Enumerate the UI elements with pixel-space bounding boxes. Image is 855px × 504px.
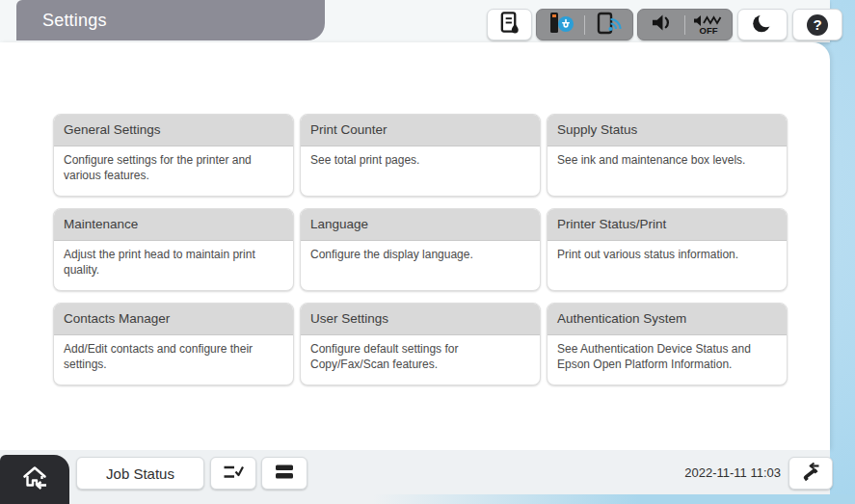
datetime-display: 2022-11-11 11:03 [617,457,781,490]
tile-title: Printer Status/Print [548,209,787,241]
home-back-icon [20,464,49,494]
sound-button[interactable] [638,10,684,40]
moon-icon [751,12,774,39]
tile-description: Configure default settings for Copy/Fax/… [301,335,540,373]
printer-connection-icon [547,11,575,40]
tile-authentication-system[interactable]: Authentication System See Authentication… [547,303,788,385]
tile-title: Language [301,209,540,241]
clipboard-droplet-icon [498,11,521,39]
page-title: Settings [16,0,325,40]
paper-tray-icon [274,464,295,484]
fax-receive-button[interactable] [788,457,833,490]
tile-maintenance[interactable]: Maintenance Adjust the print head to mai… [53,208,294,291]
home-button[interactable] [0,455,69,504]
tile-description: See total print pages. [301,146,540,169]
tile-language[interactable]: Language Configure the display language. [300,208,541,291]
tile-description: Print out various status information. [548,241,787,263]
tile-title: Supply Status [548,115,787,146]
network-status-group [536,9,633,40]
phone-receive-icon [799,461,822,486]
settings-menu-grid: General Settings Configure settings for … [53,114,788,385]
tile-user-settings[interactable]: User Settings Configure default settings… [300,303,541,385]
tile-title: Authentication System [548,304,787,335]
question-icon: ? [807,14,828,36]
tile-description: See Authentication Device Status and Eps… [548,335,787,373]
sleep-button[interactable] [737,9,788,40]
tile-print-counter[interactable]: Print Counter See total print pages. [300,114,541,197]
printer-settings-screen: { "header": { "title": "Settings", "help… [0,0,855,504]
speaker-icon [650,13,674,37]
job-check-icon [222,463,245,485]
quiet-mode-button[interactable]: OFF [685,10,732,40]
paper-tray-button[interactable] [261,457,307,490]
quiet-mode-off-icon: OFF [692,14,725,36]
help-button[interactable]: ? [792,9,842,40]
tile-description: Adjust the print head to maintain print … [54,241,293,279]
quiet-off-label: OFF [700,26,718,36]
printer-connection-status-button[interactable] [537,10,584,40]
ink-paper-status-button[interactable] [487,9,532,40]
tile-description: Configure settings for the printer and v… [54,146,293,184]
tile-contacts-manager[interactable]: Contacts Manager Add/Edit contacts and c… [53,303,294,385]
tile-title: General Settings [54,115,293,146]
tile-description: Configure the display language. [301,241,540,263]
tile-title: Print Counter [301,115,540,146]
tile-description: See ink and maintenance box levels. [548,146,787,169]
tile-title: Contacts Manager [54,304,293,335]
tile-description: Add/Edit contacts and configure their se… [54,335,293,373]
tile-title: Maintenance [54,209,293,241]
wifi-direct-status-button[interactable] [585,10,632,40]
job-confirm-button[interactable] [210,457,256,490]
job-status-button[interactable]: Job Status [76,457,204,490]
smartphone-wifi-icon [595,11,624,40]
tile-printer-status-print[interactable]: Printer Status/Print Print out various s… [547,208,788,291]
tile-title: User Settings [301,304,540,335]
sound-group: OFF [637,9,733,40]
tile-supply-status[interactable]: Supply Status See ink and maintenance bo… [547,114,788,197]
tile-general-settings[interactable]: General Settings Configure settings for … [53,114,294,197]
job-status-label: Job Status [106,465,174,482]
